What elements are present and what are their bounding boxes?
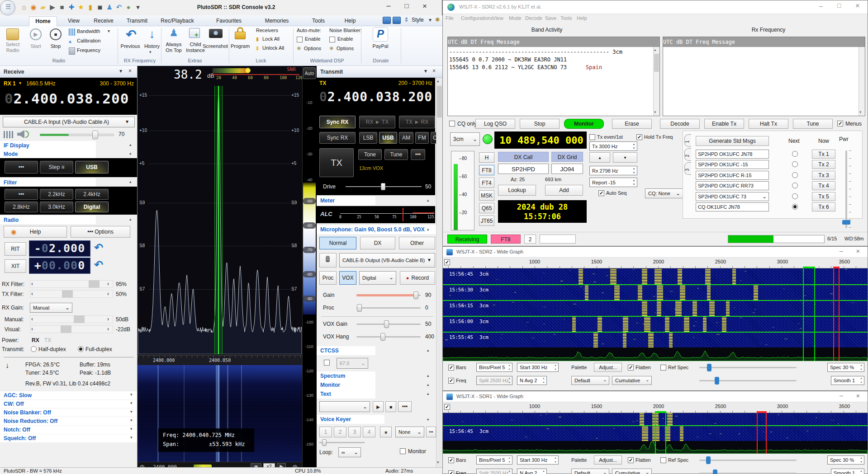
menus-checkbox[interactable]: ✓ — [837, 121, 843, 127]
vox-gain-slider-handle[interactable] — [384, 320, 389, 328]
wg-cumulative-select-dropdown-icon[interactable]: ⌄ — [645, 377, 651, 384]
report-spinner-down-icon[interactable]: ▾ — [631, 182, 636, 186]
section-ctcss-collapse-icon[interactable]: ▴ — [427, 348, 432, 353]
wg-ref-spec-checkbox[interactable] — [660, 365, 666, 371]
wg-gain-slider-handle[interactable] — [707, 364, 711, 371]
filter-button-[interactable]: ••• — [5, 189, 38, 200]
ribbon-tab-favourites[interactable]: Favourites — [212, 16, 246, 26]
drive-handle[interactable] — [381, 183, 385, 190]
bandwidth-dropdown-icon[interactable]: ▾ — [108, 28, 112, 36]
xit-display[interactable]: +00.000 — [29, 258, 90, 274]
wg-ref-spec-checkbox[interactable] — [660, 457, 666, 463]
wg-smooth-spinner-down-icon[interactable]: ▾ — [859, 380, 863, 384]
dx-call-field[interactable]: SP2HPD — [498, 164, 549, 174]
bandwidth-button[interactable]: Bandwidth — [77, 28, 107, 36]
favourite-icon[interactable]: ★ — [77, 3, 85, 12]
add-button[interactable]: Add — [545, 185, 583, 196]
program-button[interactable]: Program — [230, 43, 251, 50]
wg-smooth-spinner-up-icon[interactable]: ▴ — [859, 376, 863, 380]
wg-bins-spinner-down-icon[interactable]: ▾ — [507, 367, 512, 371]
wg-gain-slider-track[interactable] — [699, 367, 797, 368]
mic-dx-button[interactable]: DX — [360, 237, 395, 249]
mode-button-q65[interactable]: Q65 — [479, 203, 494, 213]
lock-icon[interactable]: ▮ — [86, 3, 95, 12]
report-spinner[interactable]: Report -15 — [589, 178, 637, 187]
tx-marker-line[interactable] — [839, 268, 840, 361]
wsjtx-minimize-button[interactable]: – — [813, 2, 829, 13]
decode-row[interactable]: 155645 0 0.7 2000 ~ DK3RW EA3RO JN11 — [449, 56, 644, 64]
wg-close-button[interactable]: × — [850, 392, 866, 402]
wg-flatten-checkbox[interactable]: ✓ — [628, 457, 634, 463]
section-mode-collapse-icon[interactable]: ▴ — [129, 151, 135, 156]
ribbon-tab-help[interactable]: Help — [340, 16, 360, 26]
wg-bins-spinner-up-icon[interactable]: ▴ — [507, 363, 512, 367]
text-stop-button[interactable]: ■ — [385, 401, 396, 412]
section-spectrum-collapse-icon[interactable]: ▴ — [427, 373, 432, 379]
ba-scroll-up-icon[interactable]: ▴ — [654, 47, 659, 53]
wg-zero-slider-track[interactable] — [699, 380, 797, 381]
section-spectrum[interactable]: Spectrum — [317, 371, 375, 380]
wg-bars-checkbox[interactable]: ✓ — [448, 365, 454, 371]
section-mode[interactable]: Mode — [0, 150, 96, 158]
wg-navg-spinner-up-icon[interactable]: ▴ — [541, 469, 546, 473]
rx-marker-top[interactable] — [803, 267, 815, 268]
menu-configurations[interactable]: Configurations — [461, 15, 491, 23]
history-button[interactable]: History — [142, 43, 162, 50]
power-rx[interactable]: RX — [32, 337, 42, 343]
voice-keyer-dropdown-icon[interactable]: ⌄ — [417, 429, 422, 435]
style-dropdown-icon[interactable]: ▾ — [429, 17, 434, 25]
wg-gain-slider-handle[interactable] — [706, 456, 711, 464]
tx-even-checkbox[interactable] — [589, 134, 595, 140]
ribbon-tab-memories[interactable]: Memories — [261, 16, 293, 26]
now-button-tx6[interactable]: Tx 6 — [812, 202, 835, 211]
voice-keyer-more-button[interactable]: ••• — [426, 427, 436, 437]
wg-bins-spinner-up-icon[interactable]: ▴ — [507, 456, 512, 460]
tx-ptt-button[interactable]: TX — [319, 148, 354, 177]
generate-std-msgs-button[interactable]: Generate Std Msgs — [696, 136, 769, 146]
rx-freq-spinner-down-icon[interactable]: ▾ — [631, 170, 636, 174]
manual-gain-right-icon[interactable]: › — [107, 316, 112, 322]
wg-start-spinner-up-icon[interactable]: ▴ — [553, 456, 558, 460]
rit-display[interactable]: -02.000 — [29, 240, 90, 257]
manual-gain-thumb[interactable] — [74, 315, 85, 323]
tx-mode-usb[interactable]: USB — [379, 132, 397, 144]
rx-filter-track[interactable] — [30, 280, 113, 288]
wg-start-spinner[interactable]: Start 300 Hz — [517, 363, 559, 372]
tx-frequency-value[interactable]: 02.400.038.200 — [319, 89, 435, 109]
tx-monitor-checkbox[interactable] — [400, 448, 406, 454]
section-microphone[interactable]: Microphone: Gain 90, Boost 5.0 dB, VOX — [317, 225, 442, 234]
wg-split-spinner-down-icon[interactable]: ▾ — [507, 380, 512, 384]
receive-close-icon[interactable]: × — [128, 68, 135, 75]
rx-marker-line[interactable] — [655, 413, 656, 454]
tx-message-field-5[interactable]: SP2HPD OK1UFC 73 — [696, 192, 769, 201]
ctcss-dropdown-icon[interactable]: ⌄ — [361, 360, 366, 366]
freq-value[interactable]: 10 489,540 000 — [498, 135, 585, 146]
palette-auto-button[interactable]: Auto — [303, 67, 316, 79]
voice-keyer-stop-button[interactable]: ■ — [380, 427, 392, 437]
next-radio-6[interactable] — [792, 204, 798, 210]
tx-freq-spinner-down-icon[interactable]: ▾ — [631, 146, 636, 150]
now-button-tx2[interactable]: Tx 2 — [812, 160, 835, 169]
options-button[interactable]: ••• Options — [71, 226, 130, 238]
visual-gain-track[interactable] — [30, 325, 113, 333]
rx-gain-dropdown-icon[interactable]: ⌄ — [65, 305, 71, 311]
hold-tx-checkbox[interactable]: ✓ — [636, 134, 642, 140]
status-icon[interactable]: ● — [124, 3, 133, 12]
wg-flatten-checkbox[interactable]: ✓ — [628, 365, 634, 371]
rx-marker-line[interactable] — [803, 268, 804, 361]
wg-spec-spinner-down-icon[interactable]: ▾ — [859, 460, 863, 464]
mic-other-button[interactable]: Other — [399, 237, 435, 249]
section-filter-collapse-icon[interactable]: ▴ — [129, 179, 135, 185]
undo-icon[interactable]: ↶ — [115, 3, 123, 12]
ribbon-tab-receive[interactable]: Receive — [90, 16, 117, 26]
volume-handle[interactable] — [92, 131, 98, 139]
wg-freq-checkbox[interactable]: ✓ — [448, 470, 454, 474]
voice-keyer-button-4[interactable]: 4 — [363, 427, 375, 437]
wg-minimize-button[interactable]: – — [834, 247, 849, 257]
auto-mute-enable-checkbox[interactable] — [297, 37, 303, 42]
section-meter[interactable]: Meter — [317, 196, 375, 205]
ribbon-tab-tools[interactable]: Tools — [308, 16, 329, 26]
mode-button-msk[interactable]: MSK — [479, 190, 494, 201]
full-duplex-radio[interactable] — [78, 346, 84, 352]
calibration-button[interactable]: Calibration — [77, 38, 109, 45]
